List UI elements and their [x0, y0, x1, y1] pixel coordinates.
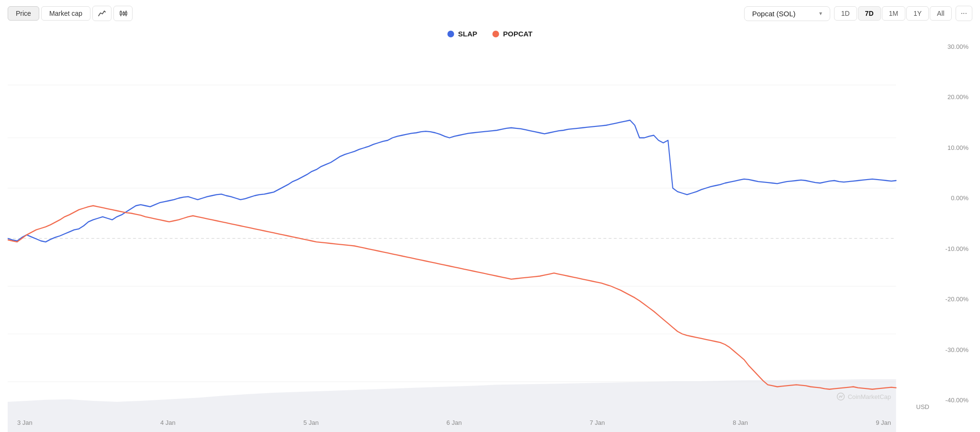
more-options-button[interactable]: ··· — [956, 6, 972, 21]
line-chart-icon-btn[interactable] — [92, 6, 111, 21]
time-btn-1d[interactable]: 1D — [834, 6, 857, 21]
marketcap-tab[interactable]: Market cap — [41, 6, 90, 21]
y-label-0: 0.00% — [951, 195, 969, 201]
time-btn-1y[interactable]: 1Y — [906, 6, 929, 21]
x-label-8jan: 8 Jan — [733, 419, 748, 426]
slap-dot — [447, 31, 454, 37]
chart-legend: SLAP POPCAT — [8, 25, 972, 40]
coin-selector-label: Popcat (SOL) — [752, 10, 796, 18]
popcat-label: POPCAT — [503, 30, 532, 38]
coin-selector[interactable]: Popcat (SOL) ▾ — [744, 6, 830, 21]
x-label-3jan: 3 Jan — [17, 419, 33, 426]
toolbar-left: Price Market cap — [8, 6, 133, 21]
y-label-neg20: -20.00% — [946, 296, 969, 302]
legend-item-popcat: POPCAT — [492, 30, 532, 38]
x-label-9jan: 9 Jan — [876, 419, 891, 426]
watermark-text: CoinMarketCap — [848, 393, 891, 400]
candle-chart-icon-btn[interactable] — [113, 6, 133, 21]
x-label-4jan: 4 Jan — [160, 419, 176, 426]
toolbar-right: Popcat (SOL) ▾ 1D 7D 1M 1Y All ··· — [744, 6, 972, 21]
y-label-20: 20.00% — [947, 94, 969, 100]
y-label-neg40: -40.00% — [946, 397, 969, 403]
y-label-neg10: -10.00% — [946, 246, 969, 252]
y-label-neg30: -30.00% — [946, 347, 969, 353]
time-btn-7d[interactable]: 7D — [858, 6, 881, 21]
chart-svg-container: CoinMarketCap USD 3 Jan 4 Jan 5 Jan 6 Ja… — [8, 40, 934, 432]
watermark: CoinMarketCap — [836, 392, 891, 401]
popcat-dot — [492, 31, 499, 37]
y-label-10: 10.00% — [947, 145, 969, 151]
time-btn-1m[interactable]: 1M — [882, 6, 905, 21]
svg-rect-6 — [125, 12, 127, 15]
y-label-30: 30.00% — [947, 44, 969, 50]
chart-area: SLAP POPCAT — [8, 25, 972, 432]
x-label-6jan: 6 Jan — [446, 419, 462, 426]
slap-label: SLAP — [458, 30, 477, 38]
price-tab[interactable]: Price — [8, 6, 39, 21]
time-btn-all[interactable]: All — [930, 6, 952, 21]
x-label-7jan: 7 Jan — [590, 419, 605, 426]
chart-wrapper: CoinMarketCap USD 3 Jan 4 Jan 5 Jan 6 Ja… — [8, 40, 972, 432]
usd-label: USD — [916, 403, 929, 410]
x-axis: 3 Jan 4 Jan 5 Jan 6 Jan 7 Jan 8 Jan 9 Ja… — [17, 419, 891, 426]
toolbar: Price Market cap — [8, 6, 972, 21]
svg-rect-9 — [8, 40, 934, 432]
chevron-down-icon: ▾ — [819, 10, 822, 17]
svg-rect-0 — [120, 11, 122, 15]
x-label-5jan: 5 Jan — [303, 419, 319, 426]
app-container: Price Market cap — [0, 0, 980, 432]
y-axis: 30.00% 20.00% 10.00% 0.00% -10.00% -20.0… — [934, 40, 972, 432]
time-period-buttons: 1D 7D 1M 1Y All — [834, 6, 952, 21]
svg-rect-3 — [123, 12, 124, 15]
legend-item-slap: SLAP — [447, 30, 477, 38]
